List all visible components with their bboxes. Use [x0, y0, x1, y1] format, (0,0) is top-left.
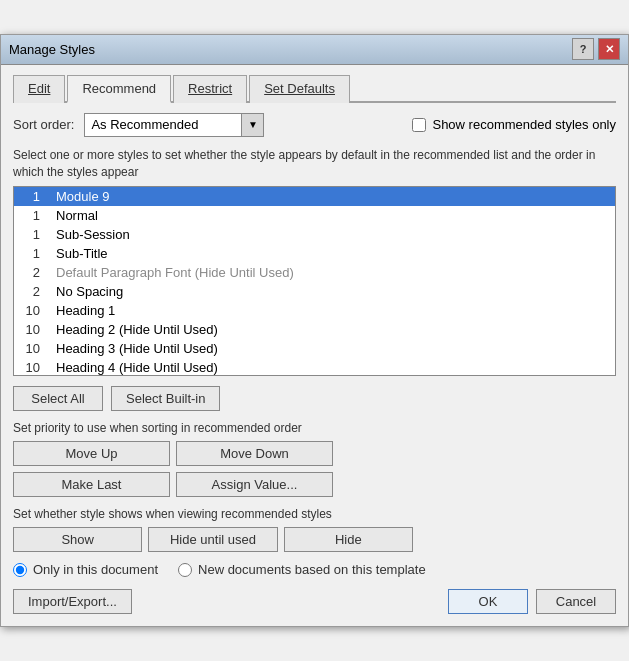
- dialog-body: Edit Recommend Restrict Set Defaults Sor…: [1, 65, 628, 627]
- new-documents-radio[interactable]: [178, 563, 192, 577]
- tab-edit[interactable]: Edit: [13, 75, 65, 103]
- visibility-section-label: Set whether style shows when viewing rec…: [13, 507, 616, 521]
- list-item[interactable]: 2Default Paragraph Font (Hide Until Used…: [14, 263, 615, 282]
- tab-set-defaults[interactable]: Set Defaults: [249, 75, 350, 103]
- manage-styles-dialog: Manage Styles ? ✕ Edit Recommend Restric…: [0, 34, 629, 628]
- title-bar-controls: ? ✕: [572, 38, 620, 60]
- style-name: No Spacing: [56, 284, 609, 299]
- priority-section-label: Set priority to use when sorting in reco…: [13, 421, 616, 435]
- style-number: 2: [20, 265, 40, 280]
- tabs-bar: Edit Recommend Restrict Set Defaults: [13, 73, 616, 103]
- style-number: 10: [20, 322, 40, 337]
- list-item[interactable]: 1Module 9: [14, 187, 615, 206]
- styles-list[interactable]: 1Module 91Normal1Sub-Session1Sub-Title2D…: [13, 186, 616, 376]
- style-name: Normal: [56, 208, 609, 223]
- style-number: 1: [20, 227, 40, 242]
- sort-row: Sort order: As Recommended ▼ Show recomm…: [13, 113, 616, 137]
- list-item[interactable]: 2No Spacing: [14, 282, 615, 301]
- hide-until-used-button[interactable]: Hide until used: [148, 527, 277, 552]
- help-button[interactable]: ?: [572, 38, 594, 60]
- style-name: Default Paragraph Font (Hide Until Used): [56, 265, 609, 280]
- style-name: Sub-Session: [56, 227, 609, 242]
- show-recommended-wrap: Show recommended styles only: [412, 117, 616, 132]
- new-documents-label: New documents based on this template: [178, 562, 426, 577]
- style-number: 10: [20, 360, 40, 375]
- select-all-button[interactable]: Select All: [13, 386, 103, 411]
- sort-select-arrow-icon[interactable]: ▼: [241, 114, 263, 136]
- style-number: 10: [20, 341, 40, 356]
- apply-section: Only in this document New documents base…: [13, 562, 616, 577]
- list-item[interactable]: 10Heading 3 (Hide Until Used): [14, 339, 615, 358]
- bottom-buttons-row: Import/Export... OK Cancel: [13, 589, 616, 614]
- show-recommended-checkbox[interactable]: [412, 118, 426, 132]
- style-name: Heading 2 (Hide Until Used): [56, 322, 609, 337]
- style-number: 10: [20, 303, 40, 318]
- style-name: Sub-Title: [56, 246, 609, 261]
- list-item[interactable]: 10Heading 1: [14, 301, 615, 320]
- list-item[interactable]: 10Heading 4 (Hide Until Used): [14, 358, 615, 376]
- sort-select-value: As Recommended: [85, 114, 241, 136]
- assign-value-button[interactable]: Assign Value...: [176, 472, 333, 497]
- list-item[interactable]: 1Sub-Session: [14, 225, 615, 244]
- show-button[interactable]: Show: [13, 527, 142, 552]
- tab-recommend[interactable]: Recommend: [67, 75, 171, 103]
- style-name: Heading 1: [56, 303, 609, 318]
- style-name: Heading 3 (Hide Until Used): [56, 341, 609, 356]
- priority-buttons: Move Up Move Down Make Last Assign Value…: [13, 441, 333, 497]
- style-number: 2: [20, 284, 40, 299]
- only-in-doc-label: Only in this document: [13, 562, 158, 577]
- visibility-buttons: Show Hide until used Hide: [13, 527, 413, 552]
- style-number: 1: [20, 246, 40, 261]
- only-in-doc-radio[interactable]: [13, 563, 27, 577]
- move-down-button[interactable]: Move Down: [176, 441, 333, 466]
- hide-button[interactable]: Hide: [284, 527, 413, 552]
- ok-button[interactable]: OK: [448, 589, 528, 614]
- title-bar-left: Manage Styles: [9, 42, 95, 57]
- sort-select[interactable]: As Recommended ▼: [84, 113, 264, 137]
- show-recommended-checkbox-row: Show recommended styles only: [412, 117, 616, 132]
- style-name: Heading 4 (Hide Until Used): [56, 360, 609, 375]
- list-item[interactable]: 1Sub-Title: [14, 244, 615, 263]
- cancel-button[interactable]: Cancel: [536, 589, 616, 614]
- list-item[interactable]: 10Heading 2 (Hide Until Used): [14, 320, 615, 339]
- style-number: 1: [20, 189, 40, 204]
- dialog-title: Manage Styles: [9, 42, 95, 57]
- import-export-button[interactable]: Import/Export...: [13, 589, 132, 614]
- select-buttons-row: Select All Select Built-in: [13, 386, 616, 411]
- close-button[interactable]: ✕: [598, 38, 620, 60]
- make-last-button[interactable]: Make Last: [13, 472, 170, 497]
- title-bar: Manage Styles ? ✕: [1, 35, 628, 65]
- move-up-button[interactable]: Move Up: [13, 441, 170, 466]
- description-text: Select one or more styles to set whether…: [13, 147, 616, 181]
- style-name: Module 9: [56, 189, 609, 204]
- tab-restrict[interactable]: Restrict: [173, 75, 247, 103]
- select-built-in-button[interactable]: Select Built-in: [111, 386, 220, 411]
- show-recommended-label: Show recommended styles only: [432, 117, 616, 132]
- list-item[interactable]: 1Normal: [14, 206, 615, 225]
- style-number: 1: [20, 208, 40, 223]
- sort-label: Sort order:: [13, 117, 74, 132]
